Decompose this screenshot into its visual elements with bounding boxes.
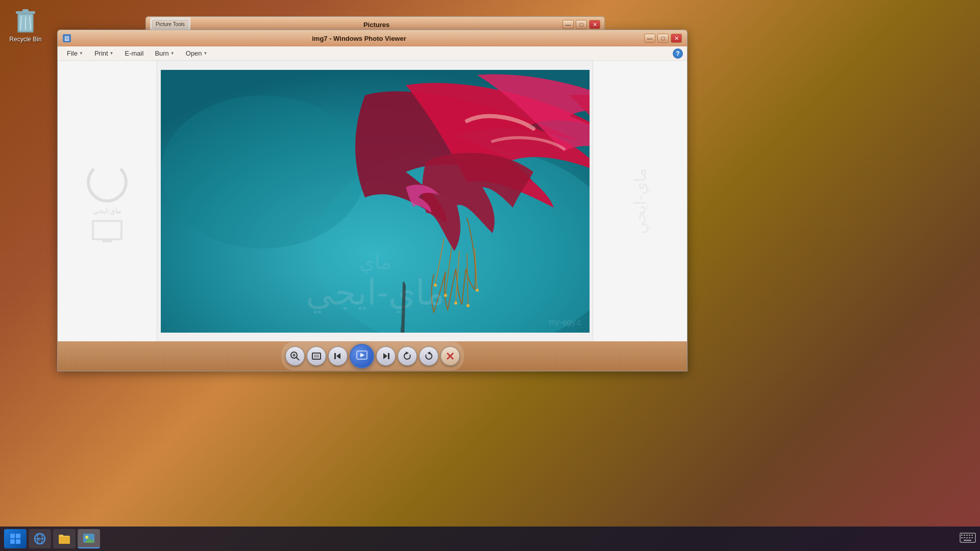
explorer-close-btn[interactable]: ✕ <box>589 20 600 29</box>
watermark-monitor <box>92 220 122 240</box>
svg-rect-3 <box>22 9 29 12</box>
explorer-minimize-btn[interactable]: — <box>562 20 574 29</box>
taskbar-explorer[interactable] <box>53 529 76 548</box>
minimize-btn[interactable]: — <box>644 34 655 43</box>
recycle-bin-icon[interactable]: Recycle Bin <box>5 5 46 43</box>
next-icon <box>381 352 390 361</box>
menu-open[interactable]: Open ▼ <box>181 48 213 58</box>
keyboard-icon[interactable] <box>960 533 976 545</box>
ie-icon: e <box>33 532 47 546</box>
zoom-icon <box>290 351 300 361</box>
svg-rect-59 <box>969 537 970 538</box>
photo-viewer-taskbar-icon <box>82 531 96 545</box>
svg-point-9 <box>161 95 365 248</box>
keyboard-svg <box>960 533 976 543</box>
svg-point-18 <box>444 294 447 297</box>
fit-window-button[interactable] <box>307 346 326 366</box>
fit-window-icon <box>311 351 322 361</box>
print-arrow: ▼ <box>110 51 114 56</box>
svg-line-24 <box>296 357 299 360</box>
rotate-right-icon <box>424 351 434 361</box>
bottom-toolbar <box>58 341 687 371</box>
explorer-maximize-btn[interactable]: □ <box>576 20 587 29</box>
svg-marker-34 <box>383 353 387 359</box>
svg-text:my-egy.c: my-egy.c <box>549 318 581 327</box>
svg-point-17 <box>454 302 457 305</box>
menu-email[interactable]: E-mail <box>120 48 149 58</box>
delete-button[interactable] <box>440 346 460 366</box>
flower-image-svg: ماي-ايجي ماي my-egy.c <box>161 70 590 333</box>
burn-arrow: ▼ <box>170 51 175 56</box>
menu-print[interactable]: Print ▼ <box>89 48 119 58</box>
windows-logo-icon <box>9 533 21 545</box>
svg-rect-60 <box>971 537 973 538</box>
menu-bar: File ▼ Print ▼ E-mail Burn ▼ Open ▼ ? <box>58 46 687 61</box>
svg-text:ماي: ماي <box>359 252 391 273</box>
file-arrow: ▼ <box>79 51 83 56</box>
svg-rect-54 <box>969 535 970 536</box>
svg-rect-52 <box>964 535 965 536</box>
taskbar: e <box>0 527 980 551</box>
svg-rect-28 <box>314 355 319 358</box>
previous-icon <box>333 352 342 361</box>
toolbar-controls <box>281 342 464 370</box>
svg-text:ماي-ايجي: ماي-ايجي <box>306 273 445 313</box>
taskbar-system-tray <box>960 533 976 545</box>
svg-rect-61 <box>964 540 971 541</box>
previous-button[interactable] <box>328 346 348 366</box>
svg-rect-55 <box>971 535 973 536</box>
open-arrow: ▼ <box>204 51 208 56</box>
photo-viewer-window: 🖼 img7 - Windows Photo Viewer — □ ✕ File… <box>57 30 688 371</box>
svg-point-16 <box>467 304 470 307</box>
svg-rect-58 <box>966 537 968 538</box>
svg-marker-30 <box>336 353 340 359</box>
rotate-left-button[interactable] <box>398 346 417 366</box>
maximize-btn[interactable]: □ <box>657 34 669 43</box>
recycle-bin-label: Recycle Bin <box>9 36 41 43</box>
svg-marker-36 <box>427 352 430 355</box>
menu-file[interactable]: File ▼ <box>62 48 88 58</box>
explorer-title: Pictures <box>190 21 562 29</box>
explorer-titlebar-buttons: — □ ✕ <box>562 20 600 29</box>
right-watermark-text: ماي-ايجي <box>630 168 650 234</box>
photo-viewer-icon: 🖼 <box>63 34 71 42</box>
svg-rect-51 <box>961 535 963 536</box>
watermark-circle <box>87 162 128 203</box>
photo-viewer-title: img7 - Windows Photo Viewer <box>74 35 644 42</box>
watermark-text-arabic: ماي-ايجي <box>93 207 122 215</box>
svg-point-15 <box>476 289 479 292</box>
right-panel: ماي-ايجي <box>593 61 687 341</box>
next-button[interactable] <box>376 346 396 366</box>
slideshow-button[interactable] <box>350 344 374 368</box>
svg-rect-57 <box>964 537 965 538</box>
rotate-left-icon <box>402 351 412 361</box>
folder-icon <box>57 532 71 546</box>
left-panel: ماي-ايجي <box>58 61 157 341</box>
svg-text:e: e <box>38 536 41 542</box>
desktop: Recycle Bin Picture Tools Pictures — □ ✕… <box>0 0 980 551</box>
photo-viewer-titlebar: 🖼 img7 - Windows Photo Viewer — □ ✕ <box>58 30 687 46</box>
slideshow-icon <box>356 350 368 362</box>
picture-tools-label: Picture Tools <box>152 20 188 29</box>
svg-rect-33 <box>388 353 389 359</box>
delete-icon <box>446 352 455 361</box>
recycle-bin-svg <box>13 5 38 34</box>
svg-marker-32 <box>360 353 364 357</box>
start-button[interactable] <box>4 529 27 548</box>
taskbar-photo-viewer[interactable] <box>78 529 100 548</box>
close-btn[interactable]: ✕ <box>671 34 682 43</box>
menu-burn[interactable]: Burn ▼ <box>150 48 179 58</box>
svg-rect-42 <box>16 539 20 544</box>
svg-rect-39 <box>10 534 15 538</box>
image-display-area: ماي-ايجي ماي my-egy.c <box>157 61 593 341</box>
svg-rect-56 <box>961 537 963 538</box>
help-button[interactable]: ? <box>673 48 683 59</box>
svg-rect-40 <box>16 534 20 538</box>
photo-viewer-titlebar-buttons: — □ ✕ <box>644 34 682 43</box>
svg-marker-35 <box>406 352 409 355</box>
svg-point-48 <box>85 536 88 539</box>
zoom-button[interactable] <box>285 346 305 366</box>
rotate-right-button[interactable] <box>419 346 438 366</box>
taskbar-ie[interactable]: e <box>29 529 51 548</box>
left-watermark: ماي-ايجي <box>87 162 128 240</box>
